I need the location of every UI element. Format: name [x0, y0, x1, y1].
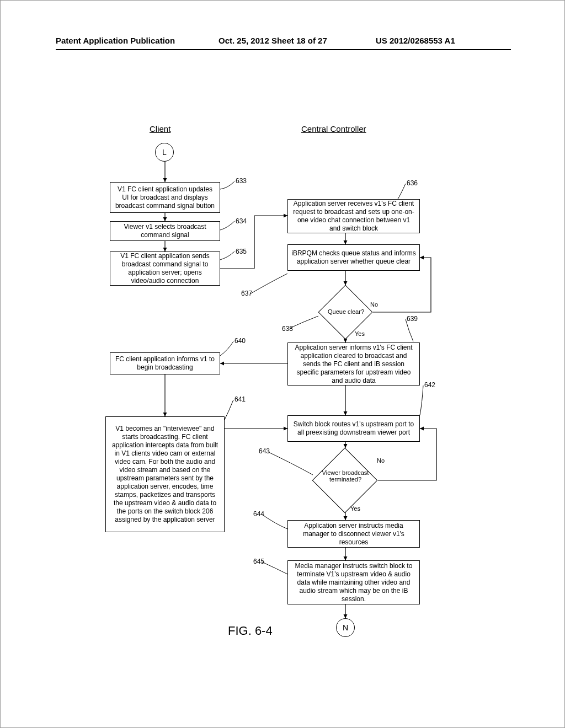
box-642: Switch block routes v1's upstream port t… [287, 415, 420, 442]
ref-641: 641 [234, 395, 246, 403]
box-640: FC client application informs v1 to begi… [110, 352, 220, 374]
column-title-controller: Central Controller [301, 124, 366, 133]
header-right: US 2012/0268553 A1 [376, 36, 455, 45]
box-639: Application server informs v1's FC clien… [287, 342, 420, 386]
box-633: V1 FC client application updates UI for … [110, 182, 220, 213]
box-644-text: Application server instructs media manag… [291, 522, 416, 547]
box-640-text: FC client application informs v1 to begi… [114, 355, 216, 372]
box-639-text: Application server informs v1's FC clien… [291, 344, 416, 385]
header-rule [56, 49, 511, 50]
page-frame: Patent Application Publication Oct. 25, … [0, 0, 565, 728]
box-634: Viewer v1 selects broadcast command sign… [110, 221, 220, 241]
edge-no-643: No [377, 457, 385, 464]
connector-L: L [155, 143, 174, 162]
box-644: Application server instructs media manag… [287, 520, 420, 548]
box-641: V1 becomes an "interviewee" and starts b… [105, 416, 225, 532]
box-641-text: V1 becomes an "interviewee" and starts b… [109, 425, 221, 524]
box-645: Media manager instructs switch block to … [287, 560, 420, 604]
box-633-text: V1 FC client application updates UI for … [114, 185, 216, 210]
box-634-text: Viewer v1 selects broadcast command sign… [114, 223, 216, 239]
ref-639: 639 [407, 315, 418, 323]
header-left: Patent Application Publication [56, 36, 175, 45]
edge-no-638: No [370, 301, 378, 308]
ref-638: 638 [282, 325, 293, 333]
ref-636: 636 [407, 179, 418, 187]
box-635-text: V1 FC client application sends broadcast… [114, 252, 216, 285]
diamond-643-label: Viewer broadcast terminated? [312, 469, 379, 483]
box-637: iBRPQM checks queue status and informs a… [287, 244, 420, 271]
ref-640: 640 [234, 337, 246, 345]
box-637-text: iBRPQM checks queue status and informs a… [291, 249, 416, 266]
ref-643: 643 [259, 447, 270, 455]
ref-637: 637 [241, 290, 252, 297]
figure-label: FIG. 6-4 [228, 624, 273, 638]
box-645-text: Media manager instructs switch block to … [291, 562, 416, 603]
ref-634: 634 [236, 217, 247, 225]
flow-arrows [1, 1, 565, 728]
connector-N: N [336, 618, 355, 637]
connector-L-label: L [162, 148, 167, 157]
box-636: Application server receives v1's FC clie… [287, 199, 420, 233]
box-642-text: Switch block routes v1's upstream port t… [291, 420, 416, 437]
ref-642: 642 [424, 381, 435, 389]
edge-yes-638: Yes [355, 330, 365, 337]
box-636-text: Application server receives v1's FC clie… [291, 200, 416, 233]
box-635: V1 FC client application sends broadcast… [110, 251, 220, 286]
ref-645: 645 [253, 558, 264, 565]
edge-yes-643: Yes [350, 505, 360, 512]
ref-633: 633 [236, 177, 247, 185]
connector-N-label: N [343, 623, 348, 632]
ref-635: 635 [236, 248, 247, 255]
header-mid: Oct. 25, 2012 Sheet 18 of 27 [218, 36, 327, 45]
ref-644: 644 [253, 510, 264, 518]
column-title-client: Client [150, 124, 170, 133]
diamond-638-label: Queue clear? [313, 308, 379, 315]
